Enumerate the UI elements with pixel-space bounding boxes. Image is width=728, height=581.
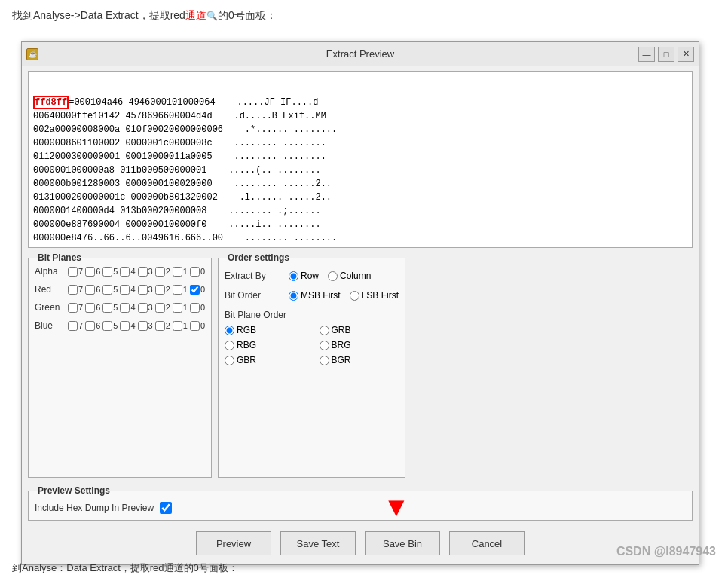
bit-checkbox-alpha-5[interactable] [102, 267, 112, 277]
bit-plane-grid: RGBGRBRBGBRGGBRBGR [225, 325, 399, 365]
bit-checkbox-blue-3[interactable] [138, 321, 148, 331]
bit-checkbox-red-4[interactable] [120, 285, 130, 295]
bit-checkbox-alpha-1[interactable] [173, 267, 182, 277]
bit-number-label: 2 [166, 303, 170, 312]
radio-plane-gbr[interactable] [225, 356, 234, 365]
bit-checkbox-group: 76543210 [68, 303, 205, 313]
bit-number-label: 6 [96, 303, 100, 312]
dialog-window: ☕ Extract Preview — □ ✕ ffd8ff=000104a46… [21, 41, 699, 565]
page: 找到Analyse->Data Extract，提取red通道🔍的0号面板： ☕… [0, 0, 728, 581]
preview-line: 0000008601100002 0000001c0000008c ......… [33, 136, 687, 150]
bit-checkbox-blue-1[interactable] [173, 321, 182, 331]
include-hex-checkbox[interactable] [160, 502, 172, 514]
bit-checkbox-blue-4[interactable] [120, 321, 130, 331]
radio-extract-row[interactable] [289, 271, 298, 281]
maximize-button[interactable]: □ [658, 47, 674, 62]
watermark: CSDN @I8947943 [616, 545, 716, 558]
radio-label: GBR [237, 355, 256, 365]
bit-checkbox-alpha-6[interactable] [85, 267, 95, 277]
bit-item: 5 [102, 321, 118, 331]
bit-number-label: 0 [200, 303, 205, 312]
cancel-button[interactable]: Cancel [449, 531, 525, 555]
extract-by-row: Extract By RowColumn [225, 271, 399, 281]
bit-row: Blue76543210 [35, 320, 205, 331]
bit-checkbox-green-6[interactable] [85, 303, 95, 313]
bit-checkbox-green-0[interactable] [190, 303, 200, 313]
bit-order-radio-group: MSB FirstLSB First [289, 290, 399, 301]
bit-row-label: Green [35, 302, 65, 313]
radio-bit-order-msbfirst[interactable] [289, 291, 298, 301]
preview-settings-inner: Include Hex Dump In Preview [35, 502, 686, 514]
include-hex-label: Include Hex Dump In Preview [35, 503, 154, 513]
bit-item: 1 [173, 303, 188, 313]
radio-bit-order-lsbfirst[interactable] [350, 291, 359, 301]
bit-row-label: Alpha [35, 266, 65, 277]
bit-checkbox-green-2[interactable] [155, 303, 165, 313]
radio-label: Column [340, 271, 371, 281]
bit-checkbox-red-0[interactable] [190, 285, 200, 295]
bit-item: 6 [85, 321, 100, 331]
bit-checkbox-blue-2[interactable] [155, 321, 165, 331]
bit-item: 7 [68, 321, 83, 331]
radio-label: MSB First [301, 290, 341, 301]
bit-checkbox-blue-6[interactable] [85, 321, 95, 331]
bit-item: 3 [138, 267, 153, 277]
top-text-after: 的0号面板： [218, 9, 277, 21]
preview-settings-legend: Preview Settings [35, 485, 113, 496]
middle-section: Bit Planes Alpha76543210Red76543210Green… [28, 252, 693, 478]
bit-checkbox-alpha-2[interactable] [155, 267, 165, 277]
radio-plane-rbg[interactable] [225, 341, 234, 350]
bit-plane-option-gbr: GBR [225, 355, 304, 365]
bit-number-label: 5 [113, 321, 118, 330]
bit-checkbox-red-5[interactable] [102, 285, 112, 295]
extract-by-label: Extract By [225, 271, 281, 281]
bit-number-label: 3 [148, 285, 153, 294]
bit-checkbox-blue-7[interactable] [68, 321, 78, 331]
radio-plane-brg[interactable] [320, 341, 329, 350]
radio-extract-column[interactable] [328, 271, 338, 281]
bit-checkbox-green-7[interactable] [68, 303, 78, 313]
bit-checkbox-red-2[interactable] [155, 285, 165, 295]
bit-plane-option-rgb: RGB [225, 325, 304, 335]
bit-item: 4 [120, 321, 135, 331]
bit-checkbox-blue-0[interactable] [190, 321, 200, 331]
radio-label: RBG [237, 340, 256, 350]
bit-checkbox-red-7[interactable] [68, 285, 78, 295]
preview-line: 0131000200000001c 000000b801320002 .l...… [33, 191, 687, 204]
bit-checkbox-alpha-4[interactable] [120, 267, 130, 277]
preview-settings-panel: Preview Settings Include Hex Dump In Pre… [28, 485, 693, 521]
bit-number-label: 0 [200, 321, 205, 330]
radio-plane-grb[interactable] [320, 326, 329, 335]
bit-number-label: 1 [183, 303, 188, 312]
bit-checkbox-red-3[interactable] [138, 285, 148, 295]
preview-button[interactable]: Preview [196, 531, 271, 555]
save-bin-button[interactable]: Save Bin [365, 531, 440, 555]
close-button[interactable]: ✕ [678, 47, 694, 62]
bit-checkbox-red-1[interactable] [173, 285, 182, 295]
bit-row: Alpha76543210 [35, 266, 205, 277]
bit-number-label: 3 [148, 303, 153, 312]
bit-item: 2 [155, 267, 170, 277]
bit-item: 3 [138, 285, 153, 295]
bit-item: 7 [68, 303, 83, 313]
radio-plane-rgb[interactable] [225, 326, 234, 335]
preview-area[interactable]: ffd8ff=000104a46 4946000101000064 .....J… [28, 71, 693, 248]
bit-checkbox-alpha-0[interactable] [190, 267, 200, 277]
bit-checkbox-green-3[interactable] [138, 303, 148, 313]
bit-checkbox-green-1[interactable] [173, 303, 182, 313]
radio-label: GRB [332, 325, 351, 335]
save-text-button[interactable]: Save Text [280, 531, 356, 555]
bit-checkbox-green-4[interactable] [120, 303, 130, 313]
bit-checkbox-alpha-3[interactable] [138, 267, 148, 277]
minimize-button[interactable]: — [638, 47, 655, 62]
bit-checkbox-red-6[interactable] [85, 285, 95, 295]
extract-by-option-row: Row [289, 271, 319, 281]
preview-line: 0112000300000001 00010000011a0005 ......… [33, 150, 687, 164]
radio-plane-bgr[interactable] [320, 356, 329, 365]
bit-checkbox-alpha-7[interactable] [68, 267, 78, 277]
bit-checkbox-blue-5[interactable] [102, 321, 112, 331]
bit-number-label: 0 [200, 267, 205, 276]
bit-order-option-lsbfirst: LSB First [350, 290, 399, 301]
bit-checkbox-green-5[interactable] [102, 303, 112, 313]
search-icon: 🔍 [206, 11, 218, 21]
